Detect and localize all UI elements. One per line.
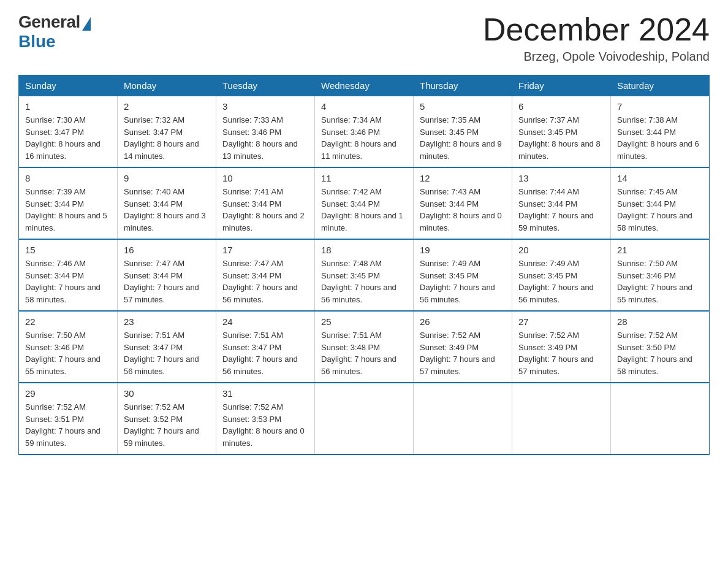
table-row: 16 Sunrise: 7:47 AMSunset: 3:44 PMDaylig… xyxy=(118,239,216,311)
table-row: 7 Sunrise: 7:38 AMSunset: 3:44 PMDayligh… xyxy=(611,96,710,168)
day-info: Sunrise: 7:47 AMSunset: 3:44 PMDaylight:… xyxy=(222,258,308,305)
day-number: 7 xyxy=(617,101,703,112)
day-info: Sunrise: 7:49 AMSunset: 3:45 PMDaylight:… xyxy=(518,258,604,305)
day-number: 4 xyxy=(321,101,407,112)
table-row xyxy=(512,383,611,454)
day-info: Sunrise: 7:38 AMSunset: 3:44 PMDaylight:… xyxy=(617,114,703,162)
day-number: 12 xyxy=(420,173,506,183)
day-info: Sunrise: 7:47 AMSunset: 3:44 PMDaylight:… xyxy=(124,258,210,305)
day-number: 2 xyxy=(124,101,210,112)
table-row: 30 Sunrise: 7:52 AMSunset: 3:52 PMDaylig… xyxy=(118,383,216,454)
day-number: 14 xyxy=(617,173,703,183)
table-row: 3 Sunrise: 7:33 AMSunset: 3:46 PMDayligh… xyxy=(216,96,315,168)
table-row xyxy=(414,383,512,454)
day-info: Sunrise: 7:35 AMSunset: 3:45 PMDaylight:… xyxy=(420,114,506,162)
table-row: 14 Sunrise: 7:45 AMSunset: 3:44 PMDaylig… xyxy=(611,167,710,239)
day-info: Sunrise: 7:50 AMSunset: 3:46 PMDaylight:… xyxy=(617,258,703,305)
day-info: Sunrise: 7:34 AMSunset: 3:46 PMDaylight:… xyxy=(321,114,407,162)
day-info: Sunrise: 7:40 AMSunset: 3:44 PMDaylight:… xyxy=(124,186,210,234)
day-info: Sunrise: 7:30 AMSunset: 3:47 PMDaylight:… xyxy=(25,114,111,162)
table-row: 25 Sunrise: 7:51 AMSunset: 3:48 PMDaylig… xyxy=(315,311,414,383)
day-number: 26 xyxy=(420,316,506,327)
table-row xyxy=(315,383,414,454)
day-number: 25 xyxy=(321,316,407,327)
table-row: 20 Sunrise: 7:49 AMSunset: 3:45 PMDaylig… xyxy=(512,239,611,311)
table-row: 29 Sunrise: 7:52 AMSunset: 3:51 PMDaylig… xyxy=(19,383,118,454)
day-number: 29 xyxy=(25,388,111,399)
table-row: 13 Sunrise: 7:44 AMSunset: 3:44 PMDaylig… xyxy=(512,167,611,239)
table-row: 1 Sunrise: 7:30 AMSunset: 3:47 PMDayligh… xyxy=(19,96,118,168)
day-number: 18 xyxy=(321,245,407,255)
logo: General Blue xyxy=(18,12,91,52)
day-number: 15 xyxy=(25,245,111,255)
day-number: 27 xyxy=(518,316,604,327)
table-row xyxy=(611,383,710,454)
header-friday: Friday xyxy=(512,75,611,96)
table-row: 5 Sunrise: 7:35 AMSunset: 3:45 PMDayligh… xyxy=(414,96,512,168)
calendar-body: 1 Sunrise: 7:30 AMSunset: 3:47 PMDayligh… xyxy=(19,96,710,455)
calendar-table: Sunday Monday Tuesday Wednesday Thursday… xyxy=(18,75,710,455)
day-info: Sunrise: 7:52 AMSunset: 3:50 PMDaylight:… xyxy=(617,329,703,377)
table-row: 23 Sunrise: 7:51 AMSunset: 3:47 PMDaylig… xyxy=(118,311,216,383)
day-info: Sunrise: 7:41 AMSunset: 3:44 PMDaylight:… xyxy=(222,186,308,234)
day-info: Sunrise: 7:51 AMSunset: 3:48 PMDaylight:… xyxy=(321,329,407,377)
header-thursday: Thursday xyxy=(414,75,512,96)
day-number: 19 xyxy=(420,245,506,255)
table-row: 9 Sunrise: 7:40 AMSunset: 3:44 PMDayligh… xyxy=(118,167,216,239)
day-number: 17 xyxy=(222,245,308,255)
header-sunday: Sunday xyxy=(19,75,118,96)
table-row: 18 Sunrise: 7:48 AMSunset: 3:45 PMDaylig… xyxy=(315,239,414,311)
day-info: Sunrise: 7:51 AMSunset: 3:47 PMDaylight:… xyxy=(124,329,210,377)
day-info: Sunrise: 7:49 AMSunset: 3:45 PMDaylight:… xyxy=(420,258,506,305)
table-row: 8 Sunrise: 7:39 AMSunset: 3:44 PMDayligh… xyxy=(19,167,118,239)
day-info: Sunrise: 7:39 AMSunset: 3:44 PMDaylight:… xyxy=(25,186,111,234)
day-number: 22 xyxy=(25,316,111,327)
header-tuesday: Tuesday xyxy=(216,75,315,96)
table-row: 27 Sunrise: 7:52 AMSunset: 3:49 PMDaylig… xyxy=(512,311,611,383)
day-number: 13 xyxy=(518,173,604,183)
table-row: 12 Sunrise: 7:43 AMSunset: 3:44 PMDaylig… xyxy=(414,167,512,239)
table-row: 21 Sunrise: 7:50 AMSunset: 3:46 PMDaylig… xyxy=(611,239,710,311)
day-number: 20 xyxy=(518,245,604,255)
day-number: 24 xyxy=(222,316,308,327)
day-number: 5 xyxy=(420,101,506,112)
day-number: 10 xyxy=(222,173,308,183)
day-number: 30 xyxy=(124,388,210,399)
calendar-header: Sunday Monday Tuesday Wednesday Thursday… xyxy=(19,75,710,96)
day-number: 16 xyxy=(124,245,210,255)
table-row: 28 Sunrise: 7:52 AMSunset: 3:50 PMDaylig… xyxy=(611,311,710,383)
day-info: Sunrise: 7:45 AMSunset: 3:44 PMDaylight:… xyxy=(617,186,703,234)
day-info: Sunrise: 7:52 AMSunset: 3:52 PMDaylight:… xyxy=(124,401,210,449)
day-info: Sunrise: 7:52 AMSunset: 3:49 PMDaylight:… xyxy=(420,329,506,377)
logo-arrow-icon xyxy=(82,17,91,31)
day-number: 8 xyxy=(25,173,111,183)
table-row: 4 Sunrise: 7:34 AMSunset: 3:46 PMDayligh… xyxy=(315,96,414,168)
day-info: Sunrise: 7:37 AMSunset: 3:45 PMDaylight:… xyxy=(518,114,604,162)
day-number: 28 xyxy=(617,316,703,327)
day-info: Sunrise: 7:33 AMSunset: 3:46 PMDaylight:… xyxy=(222,114,308,162)
day-info: Sunrise: 7:51 AMSunset: 3:47 PMDaylight:… xyxy=(222,329,308,377)
day-info: Sunrise: 7:50 AMSunset: 3:46 PMDaylight:… xyxy=(25,329,111,377)
day-number: 1 xyxy=(25,101,111,112)
table-row: 11 Sunrise: 7:42 AMSunset: 3:44 PMDaylig… xyxy=(315,167,414,239)
header-wednesday: Wednesday xyxy=(315,75,414,96)
day-info: Sunrise: 7:52 AMSunset: 3:49 PMDaylight:… xyxy=(518,329,604,377)
day-info: Sunrise: 7:52 AMSunset: 3:53 PMDaylight:… xyxy=(222,401,308,449)
day-number: 31 xyxy=(222,388,308,399)
title-block: December 2024 Brzeg, Opole Voivodeship, … xyxy=(483,12,710,64)
logo-blue-text: Blue xyxy=(18,32,56,52)
table-row: 31 Sunrise: 7:52 AMSunset: 3:53 PMDaylig… xyxy=(216,383,315,454)
day-number: 23 xyxy=(124,316,210,327)
table-row: 24 Sunrise: 7:51 AMSunset: 3:47 PMDaylig… xyxy=(216,311,315,383)
table-row: 6 Sunrise: 7:37 AMSunset: 3:45 PMDayligh… xyxy=(512,96,611,168)
day-number: 11 xyxy=(321,173,407,183)
day-info: Sunrise: 7:43 AMSunset: 3:44 PMDaylight:… xyxy=(420,186,506,234)
day-info: Sunrise: 7:48 AMSunset: 3:45 PMDaylight:… xyxy=(321,258,407,305)
day-info: Sunrise: 7:42 AMSunset: 3:44 PMDaylight:… xyxy=(321,186,407,234)
table-row: 26 Sunrise: 7:52 AMSunset: 3:49 PMDaylig… xyxy=(414,311,512,383)
day-info: Sunrise: 7:44 AMSunset: 3:44 PMDaylight:… xyxy=(518,186,604,234)
table-row: 19 Sunrise: 7:49 AMSunset: 3:45 PMDaylig… xyxy=(414,239,512,311)
month-title: December 2024 xyxy=(483,12,710,47)
day-number: 9 xyxy=(124,173,210,183)
day-info: Sunrise: 7:32 AMSunset: 3:47 PMDaylight:… xyxy=(124,114,210,162)
